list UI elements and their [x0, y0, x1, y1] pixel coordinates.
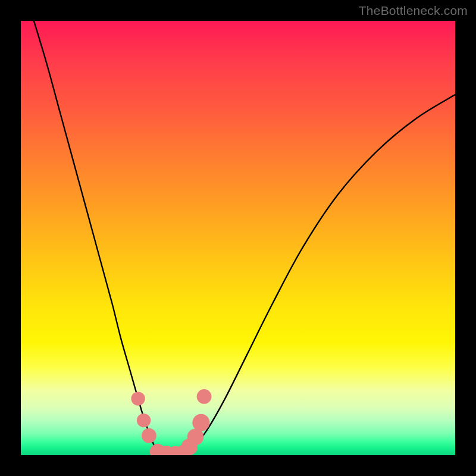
marker-dot: [197, 389, 212, 404]
marker-dot: [192, 414, 209, 431]
marker-dot: [131, 392, 145, 405]
curve-left-branch: [34, 21, 160, 455]
marker-dot: [142, 428, 156, 443]
watermark-text: TheBottleneck.com: [359, 4, 468, 18]
plot-area: [21, 21, 455, 455]
marker-group: [131, 389, 211, 455]
chart-svg: [21, 21, 455, 455]
curve-right-branch: [186, 95, 455, 455]
marker-dot: [137, 414, 151, 427]
outer-frame: TheBottleneck.com: [0, 0, 476, 476]
series-group: [34, 21, 455, 455]
